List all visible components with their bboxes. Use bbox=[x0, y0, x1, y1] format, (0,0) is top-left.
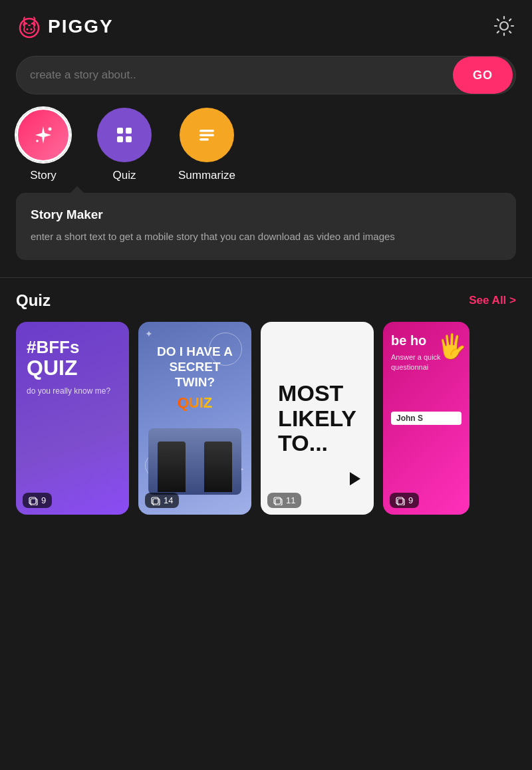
svg-point-2 bbox=[27, 29, 29, 31]
app-header: PIGGY bbox=[0, 0, 532, 51]
svg-marker-22 bbox=[350, 472, 360, 485]
story-sparkles-icon bbox=[31, 122, 56, 148]
summarize-icon-circle bbox=[180, 108, 234, 162]
svg-point-6 bbox=[25, 25, 29, 28]
slides-icon-4 bbox=[396, 496, 405, 505]
svg-point-10 bbox=[36, 140, 39, 142]
quiz-label: Quiz bbox=[113, 169, 136, 182]
description-box: Story Maker enter a short text to get a … bbox=[16, 193, 516, 260]
slides-icon-2 bbox=[151, 496, 160, 505]
slides-icon-3 bbox=[273, 496, 283, 505]
description-title: Story Maker bbox=[31, 207, 501, 222]
card-twin-photo bbox=[138, 428, 251, 495]
quiz-section-header: Quiz See All > bbox=[0, 291, 532, 322]
card-mostlikely[interactable]: MOSTLIKELYTO... 11 bbox=[261, 322, 374, 515]
svg-point-7 bbox=[31, 25, 34, 28]
search-bar: GO bbox=[16, 56, 516, 94]
logo-area: PIGGY bbox=[16, 13, 114, 40]
search-section: GO bbox=[0, 51, 532, 108]
quiz-grid-icon bbox=[112, 122, 137, 148]
svg-point-9 bbox=[49, 128, 52, 131]
svg-point-0 bbox=[20, 19, 39, 37]
card-bffs-badge: 9 bbox=[23, 493, 52, 508]
svg-rect-16 bbox=[200, 134, 214, 137]
hand-emoji: 🖐 bbox=[437, 332, 467, 360]
svg-point-3 bbox=[31, 29, 33, 31]
card-twin-badge: 14 bbox=[145, 493, 179, 508]
story-icon-circle bbox=[16, 108, 70, 162]
card-twin[interactable]: ✦ ✦ DO I HAVE ASECRET TWIN? QUIZ 14 bbox=[138, 322, 251, 515]
svg-rect-17 bbox=[200, 138, 209, 141]
summarize-label: Summarize bbox=[178, 169, 235, 182]
deco-plus-1: ✦ bbox=[145, 328, 153, 339]
mode-summarize[interactable]: Summarize bbox=[178, 108, 235, 182]
svg-rect-14 bbox=[126, 136, 132, 142]
search-input[interactable] bbox=[17, 68, 453, 82]
card-bffs-quiz: QUIZ bbox=[27, 357, 118, 378]
card-twin-quiz-label: QUIZ bbox=[154, 394, 235, 412]
card-mostlikely-count: 11 bbox=[286, 495, 295, 505]
card-mostlikely-text: MOSTLIKELYTO... bbox=[267, 370, 367, 466]
card-mostlikely-badge: 11 bbox=[267, 493, 301, 508]
card-bffs-sub: do you really know me? bbox=[27, 386, 118, 396]
card-bffs[interactable]: #BFFs QUIZ do you really know me? 9 bbox=[16, 322, 129, 515]
section-divider bbox=[0, 277, 532, 278]
svg-rect-13 bbox=[117, 136, 123, 142]
card-bffs-hashtag: #BFFs bbox=[27, 338, 118, 357]
summarize-lines-icon bbox=[194, 122, 219, 148]
card-beho-count: 9 bbox=[408, 495, 413, 505]
app-name: PIGGY bbox=[48, 16, 114, 37]
play-button[interactable] bbox=[346, 469, 364, 488]
quiz-icon-circle bbox=[97, 108, 152, 162]
card-twin-count: 14 bbox=[164, 495, 173, 505]
description-text: enter a short text to get a mobile story… bbox=[31, 229, 501, 244]
svg-rect-15 bbox=[200, 130, 214, 132]
mode-quiz[interactable]: Quiz bbox=[97, 108, 152, 182]
svg-rect-12 bbox=[126, 128, 132, 134]
quiz-cards-row: #BFFs QUIZ do you really know me? 9 ✦ ✦ … bbox=[0, 322, 532, 515]
quiz-section-title: Quiz bbox=[16, 291, 51, 310]
card-bffs-count: 9 bbox=[41, 495, 46, 505]
settings-button[interactable] bbox=[492, 14, 516, 40]
mode-section: Story Quiz Summarize bbox=[0, 108, 532, 182]
svg-point-8 bbox=[500, 22, 508, 30]
go-button[interactable]: GO bbox=[453, 57, 513, 94]
story-label: Story bbox=[30, 169, 57, 182]
piggy-logo-icon bbox=[16, 13, 43, 40]
gear-icon bbox=[492, 14, 516, 38]
deco-circle-1 bbox=[209, 332, 242, 366]
see-all-button[interactable]: See All > bbox=[469, 294, 516, 307]
slides-icon bbox=[29, 496, 38, 505]
svg-rect-11 bbox=[117, 128, 123, 134]
card-beho-name: John S bbox=[391, 412, 462, 425]
mode-story[interactable]: Story bbox=[16, 108, 70, 182]
card-beho-badge: 9 bbox=[390, 493, 419, 508]
card-beho[interactable]: 🖐 be ho Answer a quick questionnai John … bbox=[383, 322, 469, 515]
play-icon bbox=[348, 471, 362, 487]
